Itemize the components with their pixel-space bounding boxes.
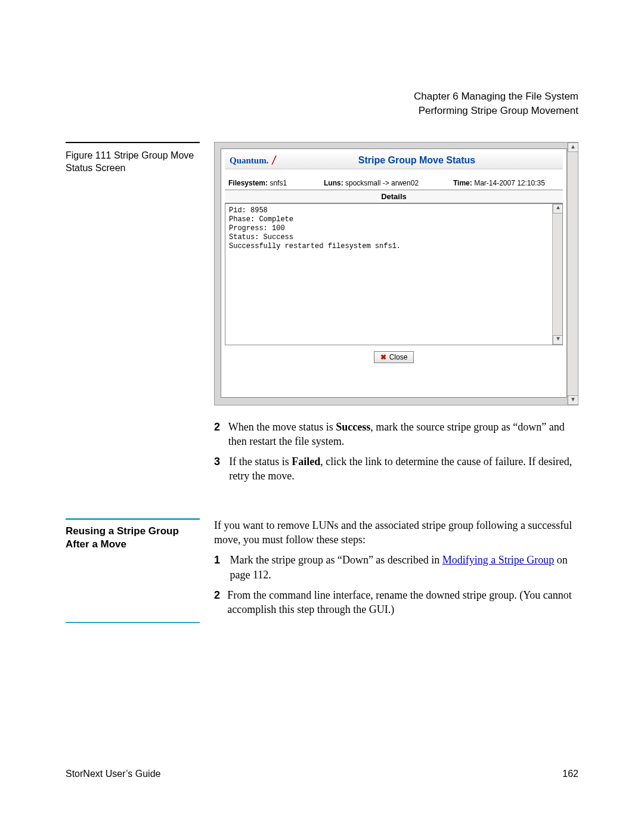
luns-label: Luns: <box>324 179 343 187</box>
step-text: From the command line interface, rename … <box>227 588 578 617</box>
luns-cell: Luns: spocksmall -> arwen02 <box>320 176 450 190</box>
chapter-title: Chapter 6 Managing the File System <box>66 89 578 104</box>
step-text-bold: Success <box>336 421 370 433</box>
step-text: When the move status is Success, mark th… <box>228 420 578 449</box>
time-value: Mar-14-2007 12:10:35 <box>474 179 545 187</box>
step-number: 1 <box>214 553 224 582</box>
step-number: 2 <box>214 420 222 449</box>
luns-value: spocksmall -> arwen02 <box>345 179 419 187</box>
figure-caption: Figure 111 Stripe Group Move Status Scre… <box>66 149 200 175</box>
details-text: Pid: 8958 Phase: Complete Progress: 100 … <box>229 206 401 250</box>
scroll-up-icon[interactable]: ▲ <box>553 204 563 213</box>
step-number: 3 <box>214 454 223 484</box>
time-cell: Time: Mar-14-2007 12:10:35 <box>450 176 563 190</box>
dialog-title: Stripe Group Move Status <box>275 155 558 166</box>
dialog-button-row: ✖ Close <box>225 345 563 364</box>
scroll-up-icon[interactable]: ▲ <box>568 143 578 152</box>
chapter-section: Performing Stripe Group Movement <box>66 104 578 118</box>
outer-scrollbar[interactable]: ▲ ▼ <box>567 143 578 405</box>
screenshot-window: ▲ ▼ Quantum. / Stripe Group Move Status … <box>214 142 578 405</box>
step-text-pre: When the move status is <box>228 421 336 433</box>
step-text: If the status is Failed, click the link … <box>229 454 578 484</box>
dialog-panel: Quantum. / Stripe Group Move Status File… <box>221 148 567 398</box>
step-text-a: Mark the stripe group as “Down” as descr… <box>230 554 442 566</box>
filesystem-label: Filesystem: <box>228 179 268 187</box>
step-item: 3 If the status is Failed, click the lin… <box>214 454 578 484</box>
scroll-down-icon[interactable]: ▼ <box>568 395 578 405</box>
details-scrollbar[interactable]: ▲ ▼ <box>552 204 562 345</box>
step-item: 2 When the move status is Success, mark … <box>214 420 578 449</box>
subsection: Reusing a Stripe Group After a Move If y… <box>66 518 578 623</box>
subsection-body: If you want to remove LUNs and the assoc… <box>214 518 578 623</box>
time-label: Time: <box>453 179 472 187</box>
footer-guide-name: StorNext User’s Guide <box>66 769 160 779</box>
chapter-header: Chapter 6 Managing the File System Perfo… <box>66 89 578 118</box>
step-item: 2 From the command line interface, renam… <box>214 588 578 617</box>
filesystem-cell: Filesystem: snfs1 <box>225 176 320 190</box>
cross-reference-link[interactable]: Modifying a Stripe Group <box>442 554 554 566</box>
details-textarea[interactable]: Pid: 8958 Phase: Complete Progress: 100 … <box>225 203 563 345</box>
step-text-bold: Failed <box>292 456 320 467</box>
page-footer: StorNext User’s Guide 162 <box>66 769 578 779</box>
scroll-down-icon[interactable]: ▼ <box>553 335 563 345</box>
filesystem-value: snfs1 <box>270 179 287 187</box>
close-icon: ✖ <box>380 353 386 361</box>
subsection-label-box: Reusing a Stripe Group After a Move <box>66 518 200 623</box>
info-row: Filesystem: snfs1 Luns: spocksmall -> ar… <box>225 176 563 190</box>
subsection-intro: If you want to remove LUNs and the assoc… <box>214 518 578 547</box>
step-text-pre: If the status is <box>229 456 292 467</box>
close-button[interactable]: ✖ Close <box>374 351 414 363</box>
step-text: Mark the stripe group as “Down” as descr… <box>230 553 578 582</box>
step-number: 2 <box>214 588 221 617</box>
document-page: Chapter 6 Managing the File System Perfo… <box>0 0 644 833</box>
dialog-title-bar: Quantum. / Stripe Group Move Status <box>225 153 563 169</box>
details-header: Details <box>225 190 563 203</box>
brand-logo: Quantum. <box>230 156 268 166</box>
close-button-label: Close <box>389 353 408 361</box>
step-item: 1 Mark the stripe group as “Down” as des… <box>214 553 578 582</box>
footer-page-number: 162 <box>562 769 578 779</box>
subsection-title: Reusing a Stripe Group After a Move <box>66 525 200 551</box>
figure-followup-steps: 2 When the move status is Success, mark … <box>214 420 578 484</box>
